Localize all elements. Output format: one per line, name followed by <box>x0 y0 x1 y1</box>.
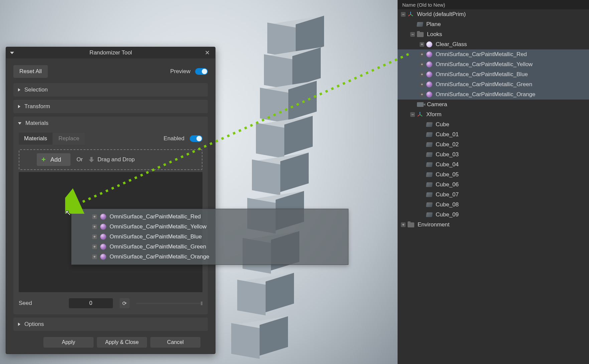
collapse-icon[interactable] <box>10 52 14 54</box>
tree-item-material[interactable]: + Clear_Glass <box>398 39 589 49</box>
collapse-icon[interactable]: − <box>410 112 415 117</box>
drag-tooltip: +OmniSurface_CarPaintMetallic_Red +OmniS… <box>71 209 348 265</box>
collapse-icon[interactable]: − <box>401 12 406 17</box>
material-icon <box>100 214 106 220</box>
expand-icon: + <box>92 234 97 239</box>
tree-item-material[interactable]: + OmniSurface_CarPaintMetallic_Green <box>398 79 589 89</box>
mesh-icon <box>426 162 433 167</box>
title-bar[interactable]: Randomizer Tool ✕ <box>6 47 215 58</box>
mesh-icon <box>417 22 423 27</box>
tree-item-cube[interactable]: Cube_05 <box>398 170 589 180</box>
dnd-label: Drag and Drop <box>98 156 135 163</box>
tab-replace[interactable]: Replace <box>53 133 85 145</box>
tree-item-plane[interactable]: Plane <box>398 19 589 29</box>
folder-icon <box>408 222 414 227</box>
material-icon <box>100 234 106 240</box>
transform-section: Transform <box>13 100 208 113</box>
seed-label: Seed <box>19 300 32 307</box>
apply-button[interactable]: Apply <box>43 337 94 348</box>
expand-icon: + <box>92 224 97 229</box>
outliner-header[interactable]: Name (Old to New) <box>398 0 589 9</box>
mesh-icon <box>426 212 433 217</box>
materials-header[interactable]: Materials <box>13 117 208 130</box>
tree-item-cube[interactable]: Cube_09 <box>398 210 589 220</box>
options-label: Options <box>24 321 44 328</box>
close-icon[interactable]: ✕ <box>203 48 211 57</box>
expand-icon[interactable]: + <box>420 72 424 77</box>
xform-icon <box>408 11 414 17</box>
stage-tree[interactable]: − World (defaultPrim) Plane − Looks + Cl… <box>398 9 589 230</box>
tree-item-environment[interactable]: + Environment <box>398 220 589 230</box>
expand-icon[interactable]: + <box>420 62 424 67</box>
tree-item-xform[interactable]: − Xform <box>398 110 589 120</box>
materials-dropzone[interactable]: + Add Or Drag and Drop <box>19 149 202 170</box>
mesh-icon <box>426 132 433 137</box>
expand-icon: + <box>92 254 97 259</box>
randomizer-tool-panel: Randomizer Tool ✕ Reset All Preview Sele… <box>6 47 215 354</box>
cube-stack <box>241 20 327 354</box>
chevron-right-icon <box>18 323 20 326</box>
tree-item-cube[interactable]: Cube_07 <box>398 190 589 200</box>
tab-materials[interactable]: Materials <box>19 133 52 145</box>
tree-item-cube[interactable]: Cube_03 <box>398 150 589 160</box>
seed-slider[interactable] <box>136 303 202 304</box>
options-header[interactable]: Options <box>13 318 208 331</box>
tree-item-material[interactable]: + OmniSurface_CarPaintMetallic_Red <box>398 49 589 59</box>
material-icon <box>426 61 432 67</box>
svg-line-7 <box>420 115 422 116</box>
chevron-down-icon <box>18 122 21 125</box>
expand-icon[interactable]: + <box>420 92 424 97</box>
preview-toggle[interactable] <box>195 68 208 75</box>
cancel-button[interactable]: Cancel <box>150 337 200 348</box>
tree-item-cube[interactable]: Cube_01 <box>398 130 589 140</box>
mesh-icon <box>426 152 433 157</box>
material-icon <box>426 92 432 98</box>
transform-header[interactable]: Transform <box>13 100 208 113</box>
add-button[interactable]: + Add <box>37 153 70 166</box>
tree-item-material[interactable]: + OmniSurface_CarPaintMetallic_Orange <box>398 89 589 100</box>
collapse-icon[interactable]: − <box>410 32 415 37</box>
tree-item-world[interactable]: − World (defaultPrim) <box>398 9 589 19</box>
refresh-button[interactable]: ⟳ <box>120 298 130 308</box>
expand-icon[interactable]: + <box>420 82 424 87</box>
apply-close-button[interactable]: Apply & Close <box>97 337 147 348</box>
tree-item-cube[interactable]: Cube_08 <box>398 200 589 210</box>
tree-item-material[interactable]: + OmniSurface_CarPaintMetallic_Yellow <box>398 59 589 69</box>
drag-drop-area[interactable]: Drag and Drop <box>89 156 135 163</box>
expand-icon[interactable]: + <box>420 52 424 57</box>
selection-header[interactable]: Selection <box>13 83 208 97</box>
tree-item-cube[interactable]: Cube_04 <box>398 160 589 170</box>
tree-item-cube[interactable]: Cube <box>398 120 589 130</box>
seed-input[interactable] <box>69 298 113 308</box>
material-icon <box>100 244 106 250</box>
expand-icon[interactable]: + <box>420 42 424 47</box>
expand-icon: + <box>92 214 97 219</box>
mesh-icon <box>426 202 433 207</box>
chevron-right-icon <box>18 88 20 92</box>
tree-item-cube[interactable]: Cube_02 <box>398 140 589 150</box>
material-icon <box>426 51 432 57</box>
mesh-icon <box>426 192 433 197</box>
material-icon <box>426 71 432 77</box>
list-item: +OmniSurface_CarPaintMetallic_Orange <box>92 252 342 262</box>
or-label: Or <box>77 156 83 163</box>
mesh-icon <box>426 182 433 187</box>
tree-item-looks[interactable]: − Looks <box>398 29 589 39</box>
enabled-label: Enabled <box>164 135 184 142</box>
tree-item-camera[interactable]: Camera <box>398 100 589 110</box>
folder-icon <box>417 32 424 37</box>
expand-icon[interactable]: + <box>401 222 406 227</box>
list-item: +OmniSurface_CarPaintMetallic_Red <box>92 212 342 222</box>
material-icon <box>426 81 432 87</box>
svg-line-3 <box>408 14 411 16</box>
enabled-toggle[interactable] <box>190 135 202 142</box>
svg-line-4 <box>411 14 413 16</box>
mesh-icon <box>426 122 433 127</box>
panel-title: Randomizer Tool <box>18 49 203 56</box>
svg-line-6 <box>418 115 420 116</box>
tree-item-cube[interactable]: Cube_06 <box>398 180 589 190</box>
list-item: +OmniSurface_CarPaintMetallic_Green <box>92 242 342 252</box>
tree-item-material[interactable]: + OmniSurface_CarPaintMetallic_Blue <box>398 69 589 79</box>
transform-label: Transform <box>24 103 50 110</box>
reset-all-button[interactable]: Reset All <box>13 65 48 78</box>
